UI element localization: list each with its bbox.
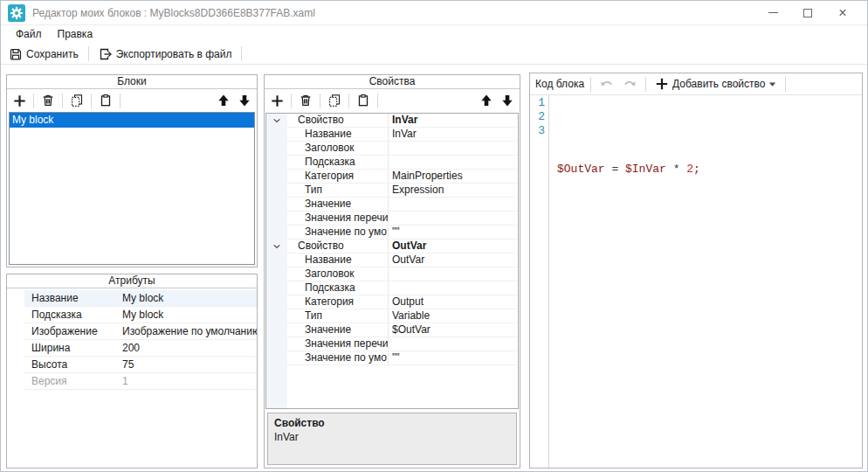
property-value[interactable]: MainProperties — [388, 170, 518, 184]
property-row[interactable]: ТипVariable — [266, 309, 518, 323]
attribute-value[interactable]: 75 — [119, 357, 257, 373]
property-value[interactable]: "" — [388, 351, 518, 365]
property-label: Значение по умо — [287, 226, 388, 239]
list-item-my-block[interactable]: My block — [10, 113, 254, 128]
save-label: Сохранить — [26, 48, 79, 60]
property-value[interactable] — [388, 198, 518, 212]
chevron-down-icon[interactable] — [272, 115, 282, 126]
undo-button[interactable] — [597, 74, 617, 94]
property-value[interactable] — [388, 142, 518, 156]
menu-item-file[interactable]: Файл — [8, 25, 50, 44]
attribute-row[interactable]: Подсказка My block — [7, 307, 257, 323]
chevron-down-icon[interactable] — [272, 241, 282, 252]
code-panel: Код блока Добавить с — [529, 73, 863, 469]
property-group-label: Свойство — [287, 239, 388, 253]
add-property-button[interactable] — [267, 91, 286, 110]
property-row[interactable]: Подсказка — [266, 281, 518, 295]
property-row[interactable]: Значение — [266, 198, 518, 212]
property-value[interactable]: OutVar — [388, 253, 518, 267]
property-row[interactable]: Подсказка — [266, 156, 518, 170]
property-row[interactable]: ТипExpression — [266, 184, 518, 198]
code-token: 2 — [686, 163, 693, 176]
attribute-value[interactable]: 200 — [119, 340, 257, 357]
property-value[interactable]: Output — [388, 295, 518, 309]
arrow-up-icon — [479, 94, 493, 108]
attribute-value[interactable]: My block — [119, 290, 257, 307]
property-row[interactable]: Значения перечи — [266, 337, 518, 351]
delete-property-button[interactable] — [296, 91, 315, 110]
property-row[interactable]: НазваниеOutVar — [266, 253, 518, 267]
code-editor[interactable]: 1 2 3 $OutVar = $InVar * 2; — [530, 95, 862, 468]
toolbar-separator — [33, 94, 34, 108]
property-row[interactable]: Значение$OutVar — [266, 323, 518, 337]
property-group-header[interactable]: Свойство InVar — [266, 114, 518, 128]
property-label: Значения перечи — [287, 212, 388, 226]
property-value[interactable] — [388, 267, 518, 281]
maximize-button[interactable] — [790, 2, 825, 24]
attribute-value[interactable]: My block — [119, 307, 257, 323]
property-row[interactable]: Значение по умо"" — [266, 351, 518, 365]
property-label: Значение — [287, 323, 388, 337]
property-row[interactable]: Заголовок — [266, 142, 518, 156]
menubar: Файл Правка — [1, 25, 867, 44]
attribute-row[interactable]: Ширина 200 — [7, 340, 257, 357]
redo-button[interactable] — [620, 74, 639, 94]
minimize-button[interactable] — [755, 2, 790, 24]
property-group-name[interactable]: InVar — [388, 114, 518, 128]
maximize-icon — [803, 9, 812, 17]
property-label: Категория — [287, 295, 388, 309]
property-value[interactable] — [388, 212, 518, 226]
attribute-label: Подсказка — [24, 307, 119, 323]
attribute-row[interactable]: Высота 75 — [7, 357, 257, 373]
move-property-down-button[interactable] — [498, 91, 517, 110]
property-value[interactable] — [388, 337, 518, 351]
minimize-icon — [768, 12, 778, 13]
property-row[interactable]: Значение по умо"" — [266, 226, 518, 239]
property-label: Подсказка — [287, 281, 388, 295]
property-value[interactable]: InVar — [388, 128, 518, 142]
paste-block-button[interactable] — [96, 91, 115, 110]
property-value[interactable]: $OutVar — [388, 323, 518, 337]
paste-property-button[interactable] — [354, 91, 373, 110]
copy-block-button[interactable] — [67, 91, 86, 110]
save-button[interactable]: Сохранить — [4, 45, 83, 64]
property-value[interactable]: Variable — [388, 309, 518, 323]
property-value[interactable] — [388, 281, 518, 295]
add-block-button[interactable] — [10, 91, 29, 110]
property-label: Заголовок — [287, 142, 388, 156]
move-property-up-button[interactable] — [477, 91, 496, 110]
property-row[interactable]: НазваниеInVar — [266, 128, 518, 142]
arrow-up-icon — [217, 94, 231, 108]
attribute-row[interactable]: Изображение Изображение по умолчанию — [7, 323, 257, 340]
property-group-header[interactable]: Свойство OutVar — [266, 239, 518, 253]
property-value[interactable]: "" — [388, 226, 518, 239]
plus-icon — [12, 94, 27, 108]
code-token: $OutVar — [557, 163, 605, 176]
properties-panel: Свойства — [264, 74, 520, 469]
copy-property-button[interactable] — [325, 91, 344, 110]
property-value[interactable] — [388, 156, 518, 170]
attribute-value[interactable]: Изображение по умолчанию — [119, 323, 257, 340]
close-button[interactable]: × — [825, 2, 860, 24]
property-value[interactable]: Expression — [388, 184, 518, 198]
property-row[interactable]: Заголовок — [266, 267, 518, 281]
toolbar-separator — [88, 46, 89, 61]
code-text-area[interactable]: $OutVar = $InVar * 2; — [549, 95, 862, 468]
attribute-value: 1 — [119, 373, 257, 390]
window: Редактор моих блоков : MyBlocks8DD366E8B… — [0, 0, 868, 472]
move-block-down-button[interactable] — [235, 91, 254, 110]
blocks-list: My block — [9, 112, 255, 265]
add-property-dropdown-button[interactable]: Добавить свойство — [652, 74, 779, 94]
menu-item-edit[interactable]: Правка — [50, 25, 101, 44]
property-row[interactable]: КатегорияMainProperties — [266, 170, 518, 184]
property-row[interactable]: КатегорияOutput — [266, 295, 518, 309]
attribute-row[interactable]: Название My block — [7, 290, 257, 307]
export-button[interactable]: Экспортировать в файл — [94, 45, 237, 64]
property-row[interactable]: Значения перечи — [266, 212, 518, 226]
properties-table: Свойство InVar НазваниеInVar Заголовок П… — [265, 113, 519, 409]
redo-icon — [622, 77, 637, 91]
property-group-name[interactable]: OutVar — [388, 239, 518, 253]
move-block-up-button[interactable] — [214, 91, 233, 110]
toolbar-separator — [91, 94, 92, 108]
delete-block-button[interactable] — [38, 91, 58, 110]
